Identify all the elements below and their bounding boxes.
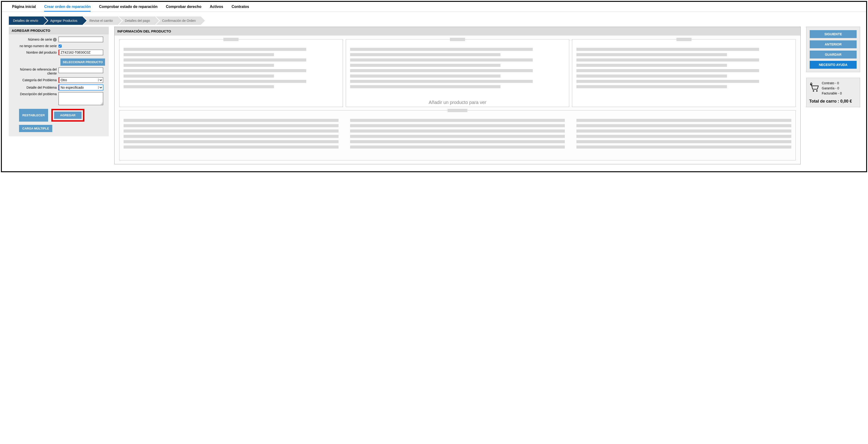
svg-point-1 xyxy=(816,90,817,92)
bulk-upload-button[interactable]: CARGA MÚLTIPLE xyxy=(19,125,52,132)
top-nav: Página inicial Crear orden de reparación… xyxy=(2,2,866,12)
problem-desc-label: Descripción del problema xyxy=(12,92,59,96)
problem-category-label: Categoría del Problema xyxy=(12,78,59,82)
row-problem-detail: Detalle del Problema xyxy=(12,85,105,90)
tab-check-entitlement[interactable]: Comprobar derecho xyxy=(166,5,202,9)
problem-detail-select[interactable] xyxy=(59,85,103,90)
add-product-header: AGREGAR PRODUCTO xyxy=(9,27,109,34)
no-serial-checkbox[interactable] xyxy=(59,44,62,47)
wizard-step-shipping[interactable]: Detalles de envío xyxy=(9,16,43,25)
skeleton-cards: Añadir un producto para ver xyxy=(119,39,796,107)
previous-button[interactable]: ANTERIOR xyxy=(810,40,857,48)
wizard-step-review-cart[interactable]: Revise el carrito xyxy=(83,16,118,25)
add-button-highlight: AGREGAR xyxy=(51,109,84,122)
reset-button[interactable]: RESTABLECER xyxy=(19,109,48,122)
product-info-header: INFORMACIÓN DEL PRODUCTO xyxy=(115,27,800,35)
tab-create-order[interactable]: Crear orden de reparación xyxy=(44,5,91,11)
right-actions-card: SIGUIENTE ANTERIOR GUARDAR NECESITO AYUD… xyxy=(806,27,860,72)
wizard-steps: Detalles de envío Agregar Productos Revi… xyxy=(9,16,866,25)
tab-check-status[interactable]: Comprobar estado de reparación xyxy=(99,5,157,9)
wizard-step-confirmation[interactable]: Confirmación de Orden xyxy=(155,16,201,25)
product-info-panel: INFORMACIÓN DEL PRODUCTO xyxy=(114,27,801,164)
product-name-input[interactable] xyxy=(59,50,103,55)
cart-line-warranty: Garantía - 0 xyxy=(822,86,842,90)
add-button[interactable]: AGREGAR xyxy=(54,112,82,119)
tab-assets[interactable]: Activos xyxy=(210,5,223,9)
cart-line-billable: Facturable - 0 xyxy=(822,92,842,95)
add-product-panel: AGREGAR PRODUCTO Número de serie i no te… xyxy=(9,27,109,136)
help-button[interactable]: NECESITO AYUDA xyxy=(810,61,857,69)
problem-category-select[interactable] xyxy=(59,77,103,83)
svg-point-0 xyxy=(813,90,814,92)
tab-home[interactable]: Página inicial xyxy=(12,5,36,9)
cart-icon: 0 xyxy=(809,83,819,93)
select-product-button[interactable]: SELECCIONAR PRODUCTO xyxy=(60,59,105,66)
cust-ref-label: Número de referencia del cliente xyxy=(12,68,59,75)
no-serial-label: no tengo numero de serie xyxy=(12,44,59,48)
row-cust-ref: Número de referencia del cliente xyxy=(12,68,105,75)
next-button[interactable]: SIGUIENTE xyxy=(810,30,857,38)
tab-contracts[interactable]: Contratos xyxy=(231,5,249,9)
save-button[interactable]: GUARDAR xyxy=(810,50,857,59)
product-name-label: Nombre del producto xyxy=(12,50,59,54)
cart-line-contract: Contrato - 0 xyxy=(822,81,842,85)
info-icon[interactable]: i xyxy=(53,38,57,41)
wizard-step-payment[interactable]: Detalles del pago xyxy=(118,16,155,25)
cart-summary: 0 Contrato - 0 Garantía - 0 Facturable -… xyxy=(806,78,860,107)
serial-input[interactable] xyxy=(59,37,103,42)
skeleton-lower xyxy=(119,110,796,160)
cart-total: Total de carro : 0,00 € xyxy=(809,99,857,104)
problem-desc-textarea[interactable] xyxy=(59,92,103,105)
cust-ref-input[interactable] xyxy=(59,68,103,73)
row-no-serial: no tengo numero de serie xyxy=(12,44,105,48)
problem-detail-label: Detalle del Problema xyxy=(12,86,59,89)
cart-count: 0 xyxy=(810,82,812,87)
row-problem-category: Categoría del Problema xyxy=(12,77,105,83)
row-product-name: Nombre del producto xyxy=(12,50,105,55)
serial-label: Número de serie i xyxy=(12,38,59,41)
row-problem-desc: Descripción del problema xyxy=(12,92,105,105)
wizard-step-add-products[interactable]: Agregar Productos xyxy=(43,16,83,25)
row-serial: Número de serie i xyxy=(12,37,105,42)
